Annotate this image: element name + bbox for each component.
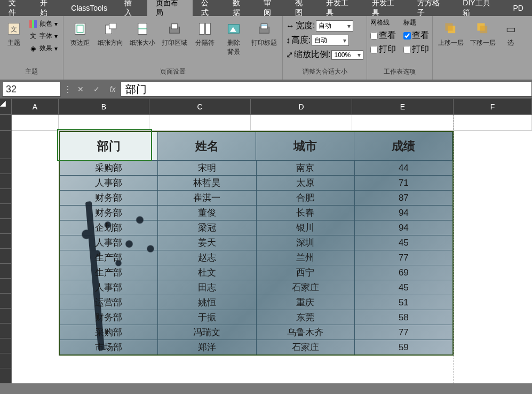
- cell-dept[interactable]: 财务部: [60, 206, 158, 220]
- bring-forward-button[interactable]: 上移一层: [436, 18, 466, 50]
- row-header-15[interactable]: [0, 338, 12, 353]
- header-score[interactable]: 成绩: [354, 132, 452, 160]
- cell-city[interactable]: 兰州: [257, 250, 355, 265]
- gridlines-print-checkbox[interactable]: 打印: [370, 44, 396, 55]
- cell-dept[interactable]: 生产部: [60, 250, 158, 265]
- cell-city[interactable]: 深圳: [257, 235, 355, 250]
- row-header-5[interactable]: [0, 189, 12, 204]
- scale-spinner[interactable]: 100%: [331, 50, 363, 60]
- col-header-B[interactable]: B: [59, 99, 149, 115]
- col-header-D[interactable]: D: [251, 99, 352, 115]
- row-header-7[interactable]: [0, 219, 12, 234]
- row-header-13[interactable]: [0, 309, 12, 324]
- row-header-3[interactable]: [0, 159, 12, 174]
- orientation-button[interactable]: 纸张方向: [96, 18, 125, 50]
- menu-PD[interactable]: PD: [505, 1, 532, 15]
- cell-score[interactable]: 77: [355, 325, 452, 340]
- cell-score[interactable]: 87: [355, 191, 452, 205]
- cell-city[interactable]: 东莞: [257, 310, 355, 325]
- cell-dept[interactable]: 企划部: [60, 220, 158, 235]
- cell-score[interactable]: 51: [355, 295, 452, 310]
- cell-city[interactable]: 石家庄: [257, 280, 355, 295]
- delete-background-button[interactable]: 删除 背景: [220, 18, 247, 59]
- row-header-4[interactable]: [0, 174, 12, 189]
- print-area-button[interactable]: 打印区域: [160, 18, 189, 50]
- selection-pane-button[interactable]: ▭选: [500, 18, 521, 50]
- cell-city[interactable]: 西宁: [257, 265, 355, 280]
- row-header-2[interactable]: [0, 131, 12, 159]
- cell-score[interactable]: 45: [355, 235, 452, 250]
- cell-city[interactable]: 重庆: [257, 295, 355, 310]
- name-box-expand[interactable]: ⋮: [63, 82, 73, 97]
- cell-name[interactable]: 田志: [158, 280, 256, 295]
- cell-dept[interactable]: 人事部: [60, 176, 158, 190]
- row-header-10[interactable]: [0, 264, 12, 279]
- cell-dept[interactable]: 人事部: [60, 235, 158, 250]
- enter-button[interactable]: ✓: [89, 82, 105, 97]
- cell-score[interactable]: 44: [355, 161, 452, 175]
- cell-score[interactable]: 59: [355, 340, 452, 354]
- formula-input[interactable]: 部门: [121, 82, 532, 97]
- cell-city[interactable]: 乌鲁木齐: [257, 325, 355, 340]
- row-header-11[interactable]: [0, 279, 12, 294]
- cell-grid[interactable]: 部门 姓名 城市 成绩 采购部宋明南京44人事部林哲昊太原71财务部崔淇一合肥8…: [12, 115, 532, 383]
- cell-name[interactable]: 林哲昊: [158, 176, 256, 190]
- cell-name[interactable]: 郑洋: [158, 340, 256, 354]
- cell-score[interactable]: 94: [355, 220, 452, 235]
- cell-dept[interactable]: 人事部: [60, 280, 158, 295]
- width-dropdown[interactable]: 自动: [316, 20, 353, 31]
- header-name[interactable]: 姓名: [158, 132, 256, 160]
- name-box[interactable]: 32: [2, 82, 61, 97]
- row-header-6[interactable]: [0, 204, 12, 219]
- col-header-A[interactable]: A: [12, 99, 59, 115]
- menu-ClassTools[interactable]: ClassTools: [62, 1, 116, 15]
- cell-city[interactable]: 南京: [257, 161, 355, 175]
- cell-score[interactable]: 69: [355, 265, 452, 280]
- row-header-12[interactable]: [0, 294, 12, 309]
- headings-print-checkbox[interactable]: 打印: [403, 44, 429, 55]
- cell-dept[interactable]: 采购部: [60, 161, 158, 175]
- cell-dept[interactable]: 生产部: [60, 265, 158, 280]
- headings-view-checkbox[interactable]: 查看: [403, 30, 429, 41]
- col-header-C[interactable]: C: [149, 99, 251, 115]
- row-header-8[interactable]: [0, 234, 12, 249]
- row-header-16[interactable]: [0, 353, 12, 368]
- cell-name[interactable]: 姚恒: [158, 295, 256, 310]
- cell-score[interactable]: 45: [355, 280, 452, 295]
- colors-button[interactable]: 颜色▾: [27, 18, 60, 29]
- cell-dept[interactable]: 市场部: [60, 340, 158, 354]
- themes-button[interactable]: 文 主题: [3, 18, 25, 50]
- height-dropdown[interactable]: 自动: [312, 35, 349, 46]
- cell-city[interactable]: 合肥: [257, 191, 355, 205]
- cell-score[interactable]: 71: [355, 176, 452, 190]
- cell-name[interactable]: 冯瑞文: [158, 325, 256, 340]
- header-city[interactable]: 城市: [256, 132, 354, 160]
- col-header-F[interactable]: F: [454, 99, 532, 115]
- fonts-button[interactable]: 文字体▾: [27, 30, 60, 42]
- cell-name[interactable]: 赵志: [158, 250, 256, 265]
- header-dept[interactable]: 部门: [60, 132, 158, 160]
- fx-button[interactable]: fx: [105, 82, 121, 97]
- row-header-17[interactable]: [0, 368, 12, 383]
- cell-dept[interactable]: 采购部: [60, 325, 158, 340]
- cell-city[interactable]: 长春: [257, 206, 355, 220]
- cell-name[interactable]: 梁冠: [158, 220, 256, 235]
- cell-city[interactable]: 银川: [257, 220, 355, 235]
- size-button[interactable]: 纸张大小: [128, 18, 157, 50]
- cell-name[interactable]: 于振: [158, 310, 256, 325]
- row-header-1[interactable]: [0, 115, 12, 131]
- cell-city[interactable]: 太原: [257, 176, 355, 190]
- cell-name[interactable]: 董俊: [158, 206, 256, 220]
- cell-name[interactable]: 杜文: [158, 265, 256, 280]
- row-header-9[interactable]: [0, 249, 12, 264]
- cell-score[interactable]: 94: [355, 206, 452, 220]
- cell-dept[interactable]: 运营部: [60, 295, 158, 310]
- effects-button[interactable]: ◉效果▾: [27, 43, 60, 54]
- cancel-button[interactable]: ✕: [73, 82, 89, 97]
- cell-name[interactable]: 宋明: [158, 161, 256, 175]
- row-header-14[interactable]: [0, 324, 12, 338]
- breaks-button[interactable]: 分隔符: [192, 18, 218, 50]
- margins-button[interactable]: 页边距: [67, 18, 93, 50]
- print-titles-button[interactable]: 打印标题: [249, 18, 279, 50]
- cell-score[interactable]: 58: [355, 310, 452, 325]
